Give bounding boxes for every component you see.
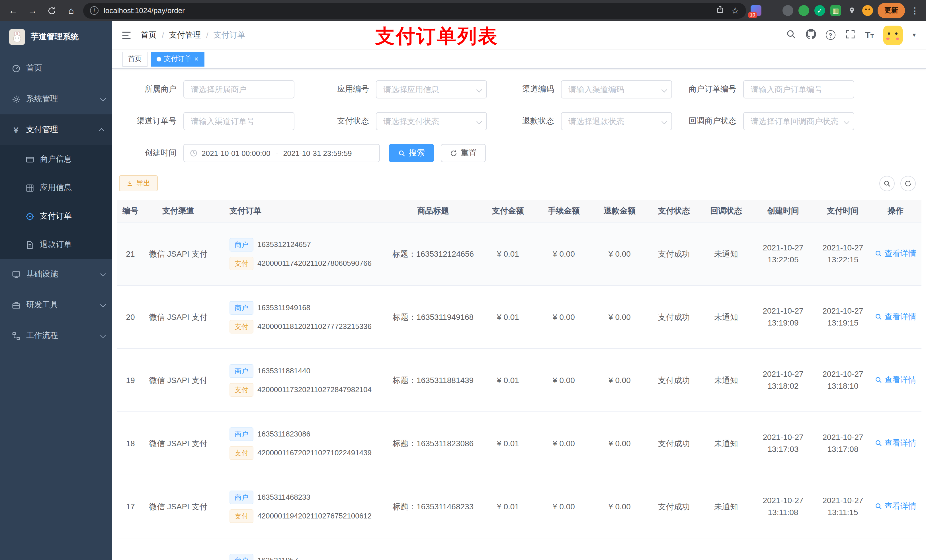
view-detail-link[interactable]: 查看详情 [875, 374, 916, 386]
app-filter-label: 应用编号 [319, 84, 376, 95]
profile-avatar[interactable] [862, 5, 873, 16]
export-button[interactable]: 导出 [119, 175, 158, 191]
sidebar-item-workflow[interactable]: 工作流程 [0, 320, 112, 351]
merchant-order-no-filter-label: 商户订单编号 [675, 84, 743, 95]
credit-card-icon [25, 155, 34, 164]
sidebar-item-pay-order[interactable]: 支付订单 [0, 202, 112, 231]
merchant-order-no: 1635311823086 [257, 428, 310, 440]
url-text: localhost:1024/pay/order [104, 6, 185, 15]
address-bar-actions: ☆ [716, 5, 739, 16]
browser-back-icon[interactable]: ← [6, 3, 21, 18]
share-icon[interactable] [716, 5, 724, 16]
merchant-order-no-filter-input[interactable] [743, 80, 854, 98]
browser-reload-icon[interactable] [44, 3, 59, 18]
app-filter-select[interactable] [376, 80, 487, 98]
merchant-order-no: 1635311468233 [257, 491, 310, 503]
sidebar-item-refund-order[interactable]: 退款订单 [0, 231, 112, 259]
pay-order-no: 4200001167202110271022491439 [257, 447, 372, 459]
extension-icon[interactable] [799, 5, 809, 16]
view-detail-link[interactable]: 查看详情 [875, 248, 916, 259]
table-tools [879, 175, 916, 191]
app-title: 芋道管理系统 [31, 32, 79, 42]
channel-order-no-filter-input[interactable] [183, 112, 294, 130]
browser-forward-icon[interactable]: → [25, 3, 40, 18]
sidebar-item-merchant-info[interactable]: 商户信息 [0, 145, 112, 174]
channel-code-filter-select[interactable] [561, 80, 672, 98]
sidebar-item-pay[interactable]: ¥ 支付管理 [0, 115, 112, 145]
search-icon [875, 503, 882, 510]
search-icon [875, 313, 882, 320]
github-icon[interactable] [805, 29, 816, 41]
cell-action: 查看详情 [872, 501, 920, 513]
tab-pay-order[interactable]: 支付订单 × [151, 51, 204, 66]
extension-icon[interactable] [782, 5, 793, 16]
pin-extension-icon[interactable] [846, 5, 857, 16]
view-detail-link[interactable]: 查看详情 [875, 311, 916, 322]
address-bar[interactable]: i localhost:1024/pay/order ☆ [83, 3, 746, 18]
reset-button[interactable]: 重置 [441, 144, 486, 162]
search-icon[interactable] [785, 29, 796, 41]
filter-form: 所属商户 应用编号 渠道编码 商户订单编号 [112, 76, 926, 168]
cell-fee-amount: ¥ 0.00 [536, 501, 592, 512]
app-logo[interactable]: 芋道管理系统 [0, 21, 112, 53]
sidebar-item-devtools[interactable]: 研发工具 [0, 290, 112, 320]
pay-order-no: 4200001174202110278060590766 [257, 258, 372, 269]
cell-create-time: 2021-10-27 13:17:03 [752, 432, 814, 455]
site-info-icon[interactable]: i [90, 6, 98, 15]
sidebar-item-infrastructure[interactable]: 基础设施 [0, 259, 112, 290]
breadcrumb-pay[interactable]: 支付管理 [169, 30, 201, 40]
table-row: 19 微信 JSAPI 支付 商户 1635311881440 支付 42000… [117, 349, 921, 412]
fullscreen-icon[interactable] [845, 29, 855, 41]
extension-icon[interactable] [767, 5, 777, 16]
yen-icon: ¥ [11, 125, 21, 134]
toolbox-icon [11, 300, 21, 309]
cell-pay-time: 2021-10-27 13:18:10 [814, 368, 872, 392]
search-button[interactable]: 搜索 [389, 144, 434, 162]
browser-menu-icon[interactable]: ⋮ [909, 5, 920, 16]
tab-home[interactable]: 首页 [123, 51, 147, 66]
extension-icon[interactable]: ✓ [814, 5, 825, 16]
browser-update-button[interactable]: 更新 [878, 3, 905, 18]
extension-icon[interactable]: ▥ [830, 5, 841, 16]
sidebar-toggle-icon[interactable] [112, 30, 141, 40]
close-icon[interactable]: × [194, 55, 198, 63]
cell-order: 商户 1635311957… 支付 [212, 554, 386, 560]
cell-fee-amount: ¥ 0.00 [536, 374, 592, 386]
pay-tag: 支付 [230, 320, 253, 333]
callback-status-filter-select[interactable] [743, 112, 854, 130]
sidebar-item-app-info[interactable]: 应用信息 [0, 174, 112, 202]
chevron-up-icon [98, 128, 104, 133]
font-size-icon[interactable]: TT [865, 30, 874, 40]
user-avatar[interactable] [884, 25, 903, 45]
browser-home-icon[interactable]: ⌂ [64, 3, 79, 18]
cell-notify-status: 未通知 [701, 501, 752, 512]
clock-icon [190, 149, 198, 157]
table-toolbar: 导出 [112, 175, 926, 192]
refund-status-filter-label: 退款状态 [504, 116, 561, 126]
merchant-filter-input[interactable] [183, 80, 294, 98]
screen: ← → ⌂ i localhost:1024/pay/order ☆ 10 ✓ … [0, 0, 926, 560]
chevron-down-icon[interactable]: ▾ [912, 31, 916, 39]
cell-pay-status: 支付成功 [648, 438, 701, 449]
cell-refund-amount: ¥ 0.00 [592, 501, 648, 512]
dashboard-icon [11, 64, 21, 73]
pay-status-filter-select[interactable] [376, 112, 487, 130]
extensions-tray: 10 ✓ ▥ [750, 5, 873, 16]
extension-icon[interactable]: 10 [750, 5, 761, 16]
refresh-table-button[interactable] [900, 175, 916, 191]
cell-refund-amount: ¥ 0.00 [592, 374, 648, 386]
merchant-order-no: 1635311949168 [257, 302, 310, 313]
sidebar-item-system[interactable]: 系统管理 [0, 84, 112, 115]
cell-pay-time: 2021-10-27 13:19:15 [814, 305, 872, 329]
cell-pay-status: 支付成功 [648, 248, 701, 260]
help-icon[interactable]: ? [826, 30, 835, 40]
breadcrumb-home[interactable]: 首页 [141, 30, 157, 40]
refund-status-filter-select[interactable] [561, 112, 672, 130]
channel-code-filter-label: 渠道编码 [504, 84, 561, 95]
view-detail-link[interactable]: 查看详情 [875, 437, 916, 449]
sidebar-item-home[interactable]: 首页 [0, 53, 112, 84]
create-time-range-picker[interactable]: 2021-10-01 00:00:00 - 2021-10-31 23:59:5… [183, 144, 380, 162]
search-toggle-button[interactable] [879, 175, 895, 191]
bookmark-star-icon[interactable]: ☆ [731, 6, 739, 15]
view-detail-link[interactable]: 查看详情 [875, 501, 916, 512]
